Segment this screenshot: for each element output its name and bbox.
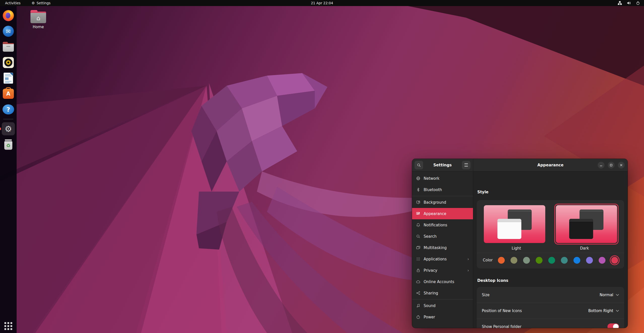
- size-label: Size: [482, 293, 490, 297]
- color-swatch-magenta[interactable]: [599, 257, 605, 264]
- position-row[interactable]: Position of New Icons Bottom Right: [477, 303, 624, 319]
- dock: ✉ A ? ⚙ ♻: [0, 6, 17, 333]
- dock-item-trash[interactable]: ♻: [2, 138, 15, 151]
- sidebar-item-label: Appearance: [424, 211, 446, 216]
- show-personal-folder-toggle[interactable]: [607, 323, 619, 328]
- color-swatch-bark[interactable]: [511, 257, 517, 264]
- dark-style-label: Dark: [551, 246, 619, 251]
- color-swatch-purple[interactable]: [586, 257, 593, 264]
- dock-item-firefox[interactable]: [2, 9, 15, 22]
- sidebar-item-label: Network: [424, 176, 439, 181]
- sidebar-item-sharing[interactable]: Sharing: [412, 287, 473, 299]
- sidebar-item-sound[interactable]: Sound: [412, 300, 473, 311]
- sidebar-item-label: Sound: [424, 304, 435, 308]
- focused-app-menu[interactable]: ⚙ Settings: [32, 1, 51, 5]
- house-glyph-icon: ⌂: [36, 15, 40, 22]
- bell-icon: [416, 223, 420, 227]
- sidebar-item-label: Bluetooth: [424, 188, 442, 192]
- cloud-icon: [416, 280, 420, 284]
- hamburger-icon: [464, 163, 468, 166]
- desktop-icons-card: Size Normal Position of New Icons Bottom…: [477, 287, 624, 328]
- system-tray[interactable]: [618, 1, 644, 5]
- sidebar-item-label: Background: [424, 200, 446, 205]
- maximize-button[interactable]: [608, 162, 615, 168]
- share-icon: [416, 291, 420, 295]
- sidebar-item-privacy[interactable]: Privacy ›: [412, 265, 473, 276]
- sidebar-separator: [412, 196, 473, 196]
- show-personal-folder-row[interactable]: Show Personal folder: [477, 319, 624, 328]
- settings-sidebar: Network Bluetooth Background Appearance: [412, 171, 473, 328]
- window-titlebar[interactable]: Appearance: [473, 159, 628, 171]
- sidebar-item-network[interactable]: Network: [412, 173, 473, 184]
- power-circle-icon: [416, 315, 420, 319]
- main-menu-button[interactable]: [462, 161, 470, 169]
- magnifier-icon: [416, 234, 420, 238]
- sidebar-item-bluetooth[interactable]: Bluetooth: [412, 184, 473, 195]
- dock-item-libreoffice-writer[interactable]: [2, 72, 15, 85]
- dock-item-ubuntu-software[interactable]: A: [2, 87, 15, 100]
- color-swatch-olive[interactable]: [536, 257, 543, 264]
- search-icon: [417, 163, 421, 167]
- sidebar-item-applications[interactable]: Applications ›: [412, 253, 473, 265]
- sidebar-item-background[interactable]: Background: [412, 197, 473, 208]
- sidebar-item-label: Multitasking: [424, 246, 447, 250]
- color-swatch-orange[interactable]: [498, 257, 505, 264]
- light-style-label: Light: [482, 246, 551, 251]
- desktop-home-launcher[interactable]: ⌂ Home: [26, 10, 50, 29]
- color-swatch-prussian-green[interactable]: [561, 257, 568, 264]
- sidebar-item-label: Online Accounts: [424, 280, 454, 284]
- size-value: Normal: [600, 293, 613, 297]
- color-swatch-blue[interactable]: [573, 257, 580, 264]
- dock-item-help[interactable]: ?: [2, 103, 15, 116]
- appearance-panel: Style Light Dark: [473, 171, 628, 328]
- clock[interactable]: 21 Apr 22:04: [311, 1, 333, 5]
- globe-icon: [416, 176, 420, 180]
- color-swatch-sage[interactable]: [523, 257, 530, 264]
- dock-item-rhythmbox[interactable]: [2, 56, 15, 69]
- sidebar-item-multitasking[interactable]: Multitasking: [412, 242, 473, 253]
- window-title: Appearance: [537, 163, 564, 167]
- sidebar-item-online-accounts[interactable]: Online Accounts: [412, 276, 473, 287]
- dock-item-thunderbird[interactable]: ✉: [2, 25, 15, 38]
- accent-color-row: Color: [477, 253, 624, 267]
- sidebar-item-notifications[interactable]: Notifications: [412, 219, 473, 231]
- music-note-icon: [416, 304, 420, 308]
- dock-item-files[interactable]: [2, 40, 15, 53]
- color-swatch-red-selected[interactable]: [611, 257, 618, 264]
- home-folder-icon: ⌂: [30, 10, 47, 23]
- chevron-right-icon: ›: [467, 268, 469, 273]
- size-dropdown[interactable]: Normal: [600, 293, 619, 297]
- position-dropdown[interactable]: Bottom Right: [588, 309, 619, 313]
- show-apps-button[interactable]: [5, 322, 12, 330]
- style-option-light[interactable]: [482, 204, 547, 245]
- size-row[interactable]: Size Normal: [477, 287, 624, 303]
- settings-gear-icon: ⚙: [5, 125, 12, 133]
- top-bar: Activities ⚙ Settings 21 Apr 22:04: [0, 0, 644, 6]
- activities-button[interactable]: Activities: [5, 1, 21, 5]
- sidebar-item-appearance[interactable]: Appearance: [412, 208, 473, 219]
- position-value: Bottom Right: [588, 309, 613, 313]
- sidebar-title: Settings: [433, 163, 452, 167]
- thunderbird-icon: ✉: [3, 26, 14, 37]
- color-row-label: Color: [483, 258, 493, 262]
- minimize-icon: [600, 164, 602, 166]
- ubuntu-software-icon: A: [3, 89, 14, 99]
- display-icon: [416, 200, 420, 204]
- sidebar-item-label: Applications: [424, 257, 447, 261]
- sidebar-item-power[interactable]: Power: [412, 311, 473, 323]
- firefox-icon: [3, 10, 14, 21]
- desktop-icons-heading: Desktop Icons: [477, 278, 508, 283]
- color-swatch-viridian[interactable]: [548, 257, 555, 264]
- sidebar-item-search[interactable]: Search: [412, 231, 473, 242]
- rhythmbox-icon: [3, 57, 14, 68]
- close-button[interactable]: [618, 162, 625, 168]
- dock-item-settings[interactable]: ⚙: [2, 122, 15, 135]
- volume-icon: [627, 1, 631, 5]
- minimize-button[interactable]: [598, 162, 604, 168]
- chevron-down-icon: [616, 310, 619, 312]
- sidebar-item-label: Sharing: [424, 291, 438, 295]
- sidebar-separator: [412, 299, 473, 299]
- style-option-dark[interactable]: [554, 204, 619, 245]
- style-section-heading: Style: [477, 190, 489, 194]
- search-button[interactable]: [415, 161, 423, 169]
